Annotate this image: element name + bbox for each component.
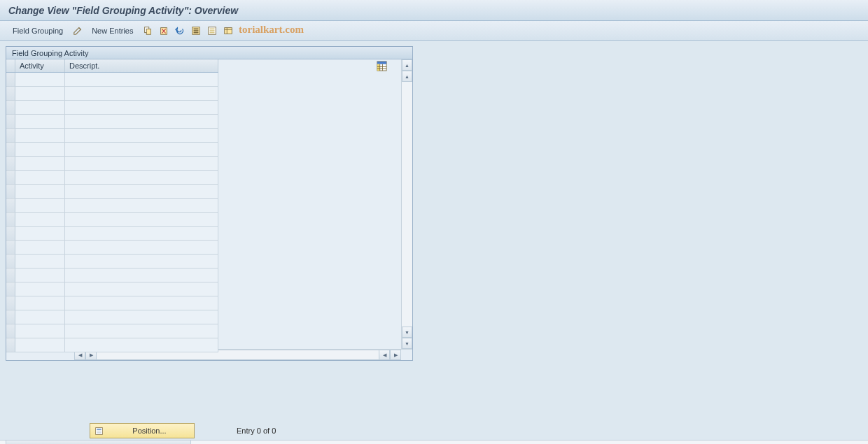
copy-icon[interactable] bbox=[141, 24, 153, 36]
cell-activity[interactable] bbox=[15, 338, 65, 352]
row-selector[interactable] bbox=[6, 115, 15, 128]
scroll-up-icon[interactable]: ▲ bbox=[402, 71, 412, 82]
svg-rect-24 bbox=[97, 432, 102, 434]
position-button[interactable]: Position... bbox=[90, 423, 195, 438]
cell-activity[interactable] bbox=[15, 213, 65, 226]
scroll-right-icon[interactable]: ▶ bbox=[390, 350, 401, 360]
cell-activity[interactable] bbox=[15, 185, 65, 198]
cell-descript[interactable] bbox=[65, 129, 218, 142]
cell-activity[interactable] bbox=[15, 241, 65, 254]
cell-descript[interactable] bbox=[65, 185, 218, 198]
row-selector[interactable] bbox=[6, 143, 15, 156]
row-selector-header[interactable] bbox=[6, 59, 15, 72]
cell-descript[interactable] bbox=[65, 101, 218, 114]
table-empty-space bbox=[218, 59, 401, 349]
vertical-scrollbar[interactable]: ▲ ▲ ▼ ▼ bbox=[401, 59, 412, 349]
panel-title: Field Grouping Activity bbox=[6, 47, 412, 59]
scroll-left-icon[interactable]: ◀ bbox=[379, 350, 390, 360]
row-selector[interactable] bbox=[6, 171, 15, 184]
cell-activity[interactable] bbox=[15, 171, 65, 184]
row-selector[interactable] bbox=[6, 338, 15, 352]
table-row bbox=[6, 129, 218, 143]
cell-activity[interactable] bbox=[15, 310, 65, 324]
scroll-up-icon[interactable]: ▲ bbox=[402, 59, 412, 71]
row-selector[interactable] bbox=[6, 73, 15, 86]
row-selector[interactable] bbox=[6, 199, 15, 212]
content-area: Field Grouping Activity Activity Descrip… bbox=[0, 41, 868, 444]
cell-descript[interactable] bbox=[65, 255, 218, 268]
row-selector[interactable] bbox=[6, 241, 15, 254]
position-button-label: Position... bbox=[109, 427, 190, 435]
svg-rect-22 bbox=[97, 429, 102, 430]
cell-descript[interactable] bbox=[65, 199, 218, 212]
svg-rect-16 bbox=[377, 64, 380, 71]
row-selector[interactable] bbox=[6, 129, 15, 142]
table-row bbox=[6, 282, 218, 296]
cell-descript[interactable] bbox=[65, 73, 218, 86]
column-header-descript[interactable]: Descript. bbox=[65, 59, 218, 72]
page-title: Change View "Field Grouping Activity": O… bbox=[8, 5, 238, 16]
cell-descript[interactable] bbox=[65, 171, 218, 184]
table-row bbox=[6, 87, 218, 101]
status-bar bbox=[0, 440, 868, 444]
cell-activity[interactable] bbox=[15, 324, 65, 338]
row-selector[interactable] bbox=[6, 296, 15, 310]
cell-descript[interactable] bbox=[65, 143, 218, 156]
scroll-track[interactable] bbox=[402, 82, 412, 327]
cell-activity[interactable] bbox=[15, 129, 65, 142]
cell-descript[interactable] bbox=[65, 157, 218, 170]
row-selector[interactable] bbox=[6, 268, 15, 282]
cell-descript[interactable] bbox=[65, 213, 218, 226]
row-selector[interactable] bbox=[6, 101, 15, 114]
cell-descript[interactable] bbox=[65, 324, 218, 338]
select-all-icon[interactable] bbox=[190, 24, 202, 36]
undo-icon[interactable] bbox=[174, 24, 186, 36]
scroll-down-icon[interactable]: ▼ bbox=[402, 338, 412, 349]
row-selector[interactable] bbox=[6, 227, 15, 240]
svg-rect-4 bbox=[193, 28, 198, 29]
cell-descript[interactable] bbox=[65, 87, 218, 100]
deselect-all-icon[interactable] bbox=[206, 24, 218, 36]
row-selector[interactable] bbox=[6, 185, 15, 198]
cell-activity[interactable] bbox=[15, 268, 65, 282]
scroll-down-icon[interactable]: ▼ bbox=[402, 327, 412, 338]
cell-descript[interactable] bbox=[65, 296, 218, 310]
row-selector[interactable] bbox=[6, 255, 15, 268]
cell-activity[interactable] bbox=[15, 227, 65, 240]
cell-activity[interactable] bbox=[15, 87, 65, 100]
row-selector[interactable] bbox=[6, 310, 15, 324]
cell-activity[interactable] bbox=[15, 255, 65, 268]
row-selector[interactable] bbox=[6, 157, 15, 170]
table-container: Activity Descript. ▲ ▲ ▼ ▼ bbox=[6, 59, 412, 349]
cell-descript[interactable] bbox=[65, 115, 218, 128]
column-header-activity[interactable]: Activity bbox=[15, 59, 65, 72]
table-header: Activity Descript. bbox=[6, 59, 218, 73]
row-selector[interactable] bbox=[6, 324, 15, 338]
cell-activity[interactable] bbox=[15, 143, 65, 156]
cell-descript[interactable] bbox=[65, 268, 218, 282]
svg-rect-11 bbox=[225, 27, 232, 34]
cell-descript[interactable] bbox=[65, 338, 218, 352]
cell-descript[interactable] bbox=[65, 241, 218, 254]
field-grouping-button[interactable]: Field Grouping bbox=[8, 25, 67, 36]
footer-bar: Position... Entry 0 of 0 bbox=[6, 422, 862, 440]
cell-descript[interactable] bbox=[65, 227, 218, 240]
row-selector[interactable] bbox=[6, 87, 15, 100]
cell-activity[interactable] bbox=[15, 157, 65, 170]
table-row bbox=[6, 143, 218, 157]
cell-activity[interactable] bbox=[15, 282, 65, 296]
cell-descript[interactable] bbox=[65, 310, 218, 324]
row-selector[interactable] bbox=[6, 213, 15, 226]
new-entries-button[interactable]: New Entries bbox=[88, 25, 137, 36]
cell-activity[interactable] bbox=[15, 115, 65, 128]
pencil-icon[interactable] bbox=[71, 24, 83, 36]
cell-descript[interactable] bbox=[65, 282, 218, 296]
delete-icon[interactable] bbox=[158, 24, 169, 36]
cell-activity[interactable] bbox=[15, 296, 65, 310]
table-layout-icon[interactable] bbox=[377, 61, 387, 71]
cell-activity[interactable] bbox=[15, 199, 65, 212]
cell-activity[interactable] bbox=[15, 73, 65, 86]
table-settings-icon[interactable] bbox=[222, 24, 234, 36]
row-selector[interactable] bbox=[6, 282, 15, 296]
cell-activity[interactable] bbox=[15, 101, 65, 114]
